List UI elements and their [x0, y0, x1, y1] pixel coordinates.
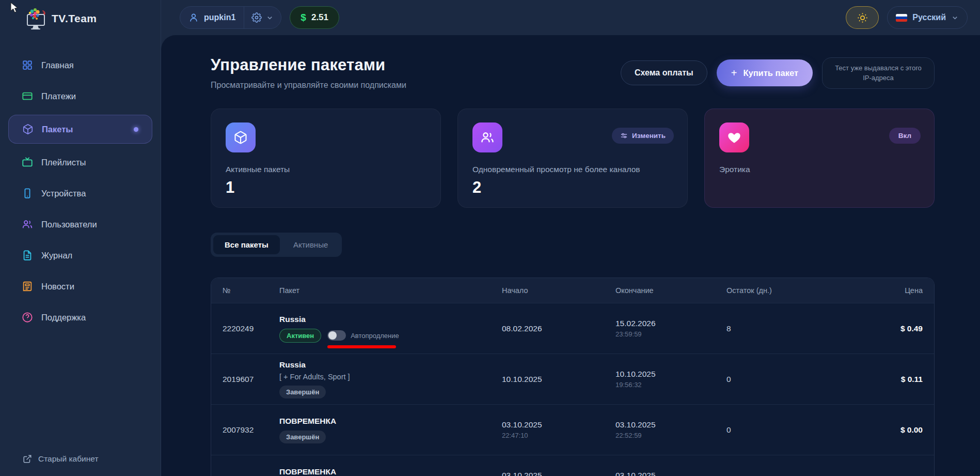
language-label: Русский	[912, 13, 946, 22]
price: $ 0.11	[845, 375, 923, 384]
price: $ 0.00	[845, 425, 923, 435]
sidebar-item-home[interactable]: Главная	[8, 52, 152, 79]
page-subtitle: Просматривайте и управляйте своими подпи…	[211, 81, 406, 90]
sidebar-nav: Главная Платежи Пакеты Плейлисты	[0, 52, 161, 331]
status-badge-finished: Завершён	[279, 386, 326, 398]
brand-logo[interactable]: TV.Team	[0, 0, 161, 30]
sidebar-item-devices[interactable]: Устройства	[8, 180, 152, 207]
package-id: 2007932	[223, 425, 279, 435]
credit-card-icon	[22, 90, 33, 102]
column-header-package: Пакет	[279, 286, 502, 295]
sliders-icon	[620, 132, 628, 140]
package-id: 2019607	[223, 375, 279, 384]
card-label: Эротика	[719, 165, 920, 174]
erotica-card: Вкл Эротика	[704, 109, 935, 208]
start-time: 22:47:10	[502, 432, 615, 439]
sidebar-item-label: Главная	[41, 60, 74, 70]
user-account[interactable]: pupkin1	[180, 7, 244, 28]
table-header: № Пакет Начало Окончание Остаток (дн.) Ц…	[211, 278, 934, 303]
annotation-red-underline	[327, 345, 396, 348]
card-value: 1	[226, 178, 426, 197]
topbar: pupkin1 $ 2.51	[161, 0, 980, 35]
table-row: 2220249 Russia Активен Автопродление 08.…	[211, 303, 934, 354]
dashboard-icon	[22, 59, 33, 71]
start-date: 08.02.2026	[502, 324, 615, 333]
balance-value: 2.51	[311, 12, 328, 23]
active-packages-card: Активные пакеты 1	[211, 109, 441, 208]
sidebar-item-news[interactable]: Новости	[8, 273, 152, 300]
chevron-down-icon	[266, 14, 274, 22]
column-header-start: Начало	[502, 286, 615, 295]
sidebar-item-label: Пакеты	[42, 125, 73, 134]
status-badge-finished: Завершён	[279, 431, 326, 443]
days-left: 0	[726, 375, 845, 384]
sidebar-item-support[interactable]: Поддержка	[8, 304, 152, 331]
users-icon	[22, 219, 33, 230]
document-icon	[22, 250, 33, 261]
start-date: 03.10.2025	[502, 471, 615, 476]
sidebar: TV.Team Главная Платежи Пакеты	[0, 0, 161, 476]
language-selector[interactable]: Русский	[887, 6, 968, 29]
topbar-right: Русский	[846, 6, 968, 29]
tab-active-packages[interactable]: Активные	[282, 235, 339, 254]
column-header-price: Цена	[845, 286, 923, 295]
test-issued-note: Тест уже выдавался с этого IP-адреса	[822, 57, 935, 89]
packages-notification-dot	[134, 127, 138, 132]
russia-flag-icon	[896, 14, 907, 22]
buy-package-button[interactable]: + Купить пакет	[717, 59, 813, 86]
table-row: 2007925 ПОВРЕМЕНКА Завершён 03.10.2025 2…	[211, 455, 934, 476]
user-settings[interactable]	[244, 7, 281, 28]
sidebar-item-label: Плейлисты	[41, 158, 86, 167]
user-name: pupkin1	[204, 13, 235, 22]
start-date: 10.10.2025	[502, 375, 615, 384]
brand-name: TV.Team	[52, 12, 97, 24]
start-date: 03.10.2025	[502, 420, 615, 429]
card-label: Активные пакеты	[226, 165, 426, 174]
user-menu[interactable]: pupkin1	[180, 6, 281, 29]
theme-toggle-button[interactable]	[846, 6, 879, 29]
help-circle-icon	[22, 312, 33, 323]
old-cabinet-link[interactable]: Старый кабинет	[23, 454, 99, 464]
sidebar-item-users[interactable]: Пользователи	[8, 211, 152, 238]
smartphone-icon	[22, 188, 33, 199]
sidebar-item-journal[interactable]: Журнал	[8, 242, 152, 269]
sidebar-item-playlists[interactable]: Плейлисты	[8, 149, 152, 176]
tv-logo-icon	[23, 7, 48, 30]
table-row: 2007932 ПОВРЕМЕНКА Завершён 03.10.2025 2…	[211, 404, 934, 455]
chevron-down-icon	[951, 14, 959, 22]
package-name: ПОВРЕМЕНКА	[279, 467, 502, 476]
payment-scheme-button[interactable]: Схема оплаты	[621, 60, 707, 85]
end-date: 10.10.2025	[615, 370, 726, 379]
status-badge-active: Активен	[279, 329, 321, 343]
price: $ 0.49	[845, 324, 923, 333]
mouse-cursor	[9, 2, 20, 13]
erotica-status-badge[interactable]: Вкл	[889, 128, 921, 144]
simultaneous-viewing-card: Изменить Одновременный просмотр не более…	[457, 109, 688, 208]
packages-filter-tabs: Все пакеты Активные	[211, 233, 342, 257]
end-time: 23:59:59	[615, 330, 726, 338]
change-button[interactable]: Изменить	[612, 128, 674, 144]
sidebar-item-label: Поддержка	[41, 313, 86, 323]
end-date: 03.10.2025	[615, 471, 726, 476]
tab-all-packages[interactable]: Все пакеты	[213, 235, 280, 254]
sidebar-item-packages[interactable]: Пакеты	[8, 115, 152, 144]
end-date: 15.02.2026	[615, 319, 726, 328]
sidebar-item-label: Журнал	[41, 251, 72, 260]
heart-tile-icon	[719, 122, 749, 152]
package-icon	[22, 124, 34, 135]
sidebar-item-label: Устройства	[41, 189, 86, 198]
sidebar-item-payments[interactable]: Платежи	[8, 83, 152, 110]
package-name: Russia	[279, 360, 502, 370]
sidebar-item-label: Платежи	[41, 91, 76, 101]
package-subtitle: [ + For Adults, Sport ]	[279, 373, 502, 381]
end-time: 22:52:59	[615, 432, 726, 439]
table-row: 2019607 Russia [ + For Adults, Sport ] З…	[211, 354, 934, 404]
user-icon	[188, 12, 199, 23]
dollar-icon: $	[301, 12, 306, 23]
column-header-end: Окончание	[615, 286, 726, 295]
balance-button[interactable]: $ 2.51	[290, 6, 339, 29]
package-tile-icon	[226, 122, 256, 152]
autorenew-toggle[interactable]	[327, 330, 346, 341]
package-id: 2220249	[223, 324, 279, 333]
autorenew-label: Автопродление	[351, 332, 399, 340]
